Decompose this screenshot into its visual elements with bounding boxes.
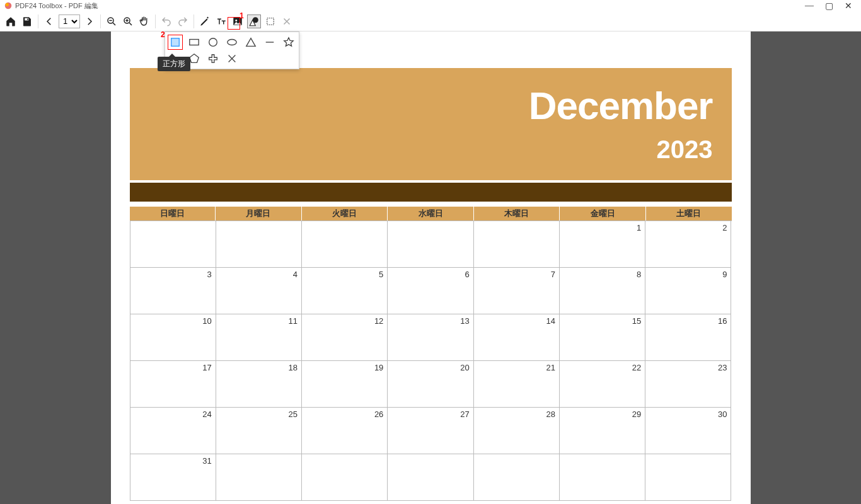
calendar-cell: 6 bbox=[388, 268, 473, 314]
calendar-header: December 2023 bbox=[130, 68, 732, 180]
calendar-row: 31 bbox=[130, 454, 732, 501]
calendar-cell: 13 bbox=[388, 314, 473, 361]
calendar-cell: 20 bbox=[388, 361, 473, 408]
minimize-button[interactable]: — bbox=[805, 1, 814, 11]
calendar-day-header: 金曜日 bbox=[560, 207, 646, 220]
zoom-in-button[interactable] bbox=[121, 14, 135, 28]
calendar-day-header: 月曜日 bbox=[216, 207, 302, 220]
calendar-cell: 21 bbox=[474, 361, 560, 408]
calendar-cell: 31 bbox=[130, 454, 216, 501]
calendar-cell: 3 bbox=[130, 268, 216, 314]
title-bar: PDF24 Toolbox - PDF 編集 — ▢ ✕ bbox=[0, 0, 861, 11]
calendar-cell: 27 bbox=[388, 408, 473, 454]
shapes-button[interactable] bbox=[247, 14, 261, 28]
shape-ellipse[interactable] bbox=[224, 35, 240, 50]
pdf-page: December 2023 日曜日月曜日火曜日水曜日木曜日金曜日土曜日 1234… bbox=[111, 32, 751, 504]
window-title: PDF24 Toolbox - PDF 編集 bbox=[15, 1, 98, 11]
calendar-cell: 16 bbox=[645, 314, 731, 361]
calendar-cell: 19 bbox=[302, 361, 388, 408]
shape-plus[interactable] bbox=[205, 51, 221, 66]
shape-line[interactable] bbox=[262, 35, 277, 50]
calendar-cell bbox=[645, 454, 731, 501]
calendar-cell bbox=[302, 454, 388, 501]
calendar-cell: 23 bbox=[645, 361, 731, 408]
redo-button[interactable] bbox=[176, 14, 190, 28]
close-button[interactable]: ✕ bbox=[845, 1, 852, 11]
shape-cross[interactable] bbox=[224, 51, 240, 66]
calendar-cell: 10 bbox=[130, 314, 216, 361]
svg-point-10 bbox=[209, 38, 217, 47]
calendar-cell: 28 bbox=[474, 408, 560, 454]
app-icon bbox=[4, 1, 13, 10]
svg-point-1 bbox=[6, 3, 9, 6]
calendar-cell bbox=[388, 221, 473, 268]
calendar-row: 3456789 bbox=[130, 268, 732, 314]
calendar-day-header: 木曜日 bbox=[474, 207, 560, 220]
calendar-cell: 26 bbox=[302, 408, 388, 454]
calendar-cell: 15 bbox=[560, 314, 645, 361]
calendar-cell: 5 bbox=[302, 268, 388, 314]
prev-page-button[interactable] bbox=[42, 14, 56, 28]
calendar-cell: 14 bbox=[474, 314, 560, 361]
calendar-day-header: 日曜日 bbox=[130, 207, 216, 220]
calendar-year: 2023 bbox=[130, 135, 713, 164]
calendar-bar bbox=[130, 183, 732, 202]
shape-star[interactable] bbox=[281, 35, 296, 50]
workspace[interactable]: December 2023 日曜日月曜日火曜日水曜日木曜日金曜日土曜日 1234… bbox=[0, 32, 861, 504]
save-button[interactable] bbox=[20, 14, 34, 28]
svg-rect-7 bbox=[267, 18, 274, 25]
calendar-cell bbox=[216, 454, 302, 501]
undo-button[interactable] bbox=[159, 14, 173, 28]
calendar-cell: 12 bbox=[302, 314, 388, 361]
svg-point-5 bbox=[235, 20, 237, 21]
calendar-cell bbox=[474, 221, 560, 268]
maximize-button[interactable]: ▢ bbox=[825, 1, 833, 11]
calendar-row: 10111213141516 bbox=[130, 314, 732, 361]
calendar-day-header: 水曜日 bbox=[388, 207, 474, 220]
shape-square[interactable] bbox=[168, 35, 183, 50]
calendar-row: 12 bbox=[130, 221, 732, 268]
calendar-cell: 17 bbox=[130, 361, 216, 408]
calendar-cell bbox=[216, 221, 302, 268]
calendar-month: December bbox=[130, 68, 713, 128]
zoom-out-button[interactable] bbox=[105, 14, 118, 28]
pencil-button[interactable] bbox=[198, 14, 212, 28]
calendar-cell: 29 bbox=[560, 408, 645, 454]
shape-triangle[interactable] bbox=[243, 35, 258, 50]
calendar-row: 24252627282930 bbox=[130, 408, 732, 454]
calendar-cell: 11 bbox=[216, 314, 302, 361]
calendar-cell bbox=[302, 221, 388, 268]
calendar-cell: 1 bbox=[560, 221, 645, 268]
calendar-cell: 25 bbox=[216, 408, 302, 454]
delete-button[interactable] bbox=[280, 14, 294, 28]
calendar-cell: 7 bbox=[474, 268, 560, 314]
calendar-cell: 18 bbox=[216, 361, 302, 408]
calendar-cell bbox=[388, 454, 473, 501]
calendar-cell: 24 bbox=[130, 408, 216, 454]
calendar-day-header: 火曜日 bbox=[302, 207, 388, 220]
calendar-cell: 4 bbox=[216, 268, 302, 314]
calendar-cell bbox=[130, 221, 216, 268]
next-page-button[interactable] bbox=[83, 14, 96, 28]
page-select[interactable]: 1 bbox=[59, 14, 80, 28]
calendar-day-header: 土曜日 bbox=[646, 207, 732, 220]
calendar-cell: 2 bbox=[645, 221, 731, 268]
image-button[interactable] bbox=[231, 14, 245, 28]
calendar-cell bbox=[560, 454, 645, 501]
svg-point-11 bbox=[228, 40, 236, 45]
home-button[interactable] bbox=[4, 14, 18, 28]
svg-rect-8 bbox=[171, 38, 180, 47]
pan-button[interactable] bbox=[137, 14, 151, 28]
window-controls: — ▢ ✕ bbox=[805, 1, 857, 11]
calendar-row: 17181920212223 bbox=[130, 361, 732, 408]
calendar-cell: 30 bbox=[645, 408, 731, 454]
shape-rectangle[interactable] bbox=[187, 35, 202, 50]
select-area-button[interactable] bbox=[263, 14, 277, 28]
shape-circle[interactable] bbox=[205, 35, 221, 50]
main-toolbar: 1 bbox=[0, 11, 861, 32]
calendar-cell bbox=[474, 454, 560, 501]
calendar-cell: 9 bbox=[645, 268, 731, 314]
calendar-grid: 1234567891011121314151617181920212223242… bbox=[130, 220, 732, 501]
shape-tooltip: 正方形 bbox=[158, 57, 190, 71]
text-button[interactable] bbox=[214, 14, 228, 28]
